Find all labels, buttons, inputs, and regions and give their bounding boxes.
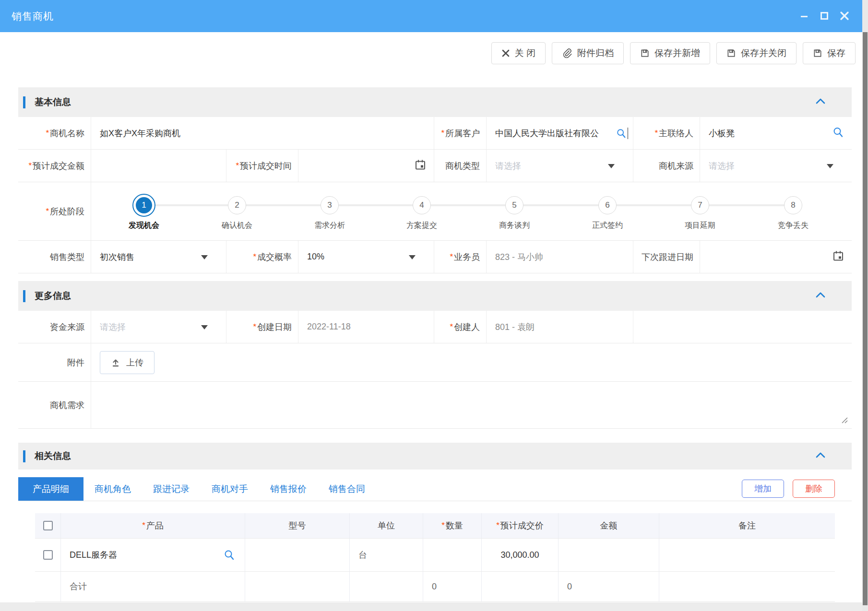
stage-step-4[interactable]: 4 方案提交 [393,182,451,231]
required-asterisk: * [142,521,145,530]
scrollbar-thumb[interactable] [863,32,868,605]
primary-contact-field[interactable]: 小板凳 [700,117,852,149]
save-icon [640,48,650,58]
required-asterisk: * [450,322,453,332]
footer-price-cell [482,572,559,601]
tab-sales-contract[interactable]: 销售合同 [318,477,376,501]
close-x-icon [501,49,510,58]
salesman-field[interactable]: 823 - 马小帅 [487,241,633,273]
tab-opportunity-role[interactable]: 商机角色 [83,477,142,501]
text-cursor [628,128,628,139]
footer-model-cell [245,572,350,601]
stage-step-3[interactable]: 3 需求分析 [301,182,358,231]
minimize-button[interactable] [797,9,811,23]
dropdown-caret-icon [201,325,208,329]
stage-step-5[interactable]: 5 商务谈判 [486,182,543,231]
product-cell[interactable]: DELL服务器 [61,539,245,571]
upload-button[interactable]: 上传 [100,351,155,374]
stage-step-1[interactable]: 1 发现机会 [115,182,173,231]
toolbar: 关 闭 附件归档 保存并新增 保存并关闭 保存 [491,42,856,64]
add-row-button[interactable]: 增加 [742,480,784,498]
search-icon[interactable] [224,549,235,561]
demand-textarea[interactable] [91,382,852,428]
maximize-button[interactable] [817,9,832,23]
fund-source-select[interactable]: 请选择 [91,311,226,343]
model-cell[interactable] [245,539,350,571]
remark-cell[interactable] [659,539,835,571]
dropdown-caret-icon [608,164,615,168]
collapse-related-info-button[interactable] [816,452,825,460]
minimize-icon [800,12,809,20]
collapse-basic-info-button[interactable] [816,98,825,106]
amount-total-cell: 0 [559,572,659,601]
form-row: *预计成交金额 *预计成交时间 商机类型 请选择 商机来源 请选择 [18,150,852,182]
creator-value: 801 - 袁朗 [495,321,535,333]
close-form-button[interactable]: 关 闭 [491,42,546,64]
attachment-archive-label: 附件归档 [577,47,614,59]
calendar-icon[interactable] [415,159,426,170]
expected-amount-label: *预计成交金额 [18,150,91,182]
close-icon [840,11,849,21]
stage-step-2[interactable]: 2 确认机会 [208,182,266,231]
next-follow-date-field[interactable] [700,241,852,273]
maximize-icon [820,12,829,20]
tab-follow-record[interactable]: 跟进记录 [142,477,201,501]
dropdown-caret-icon [827,164,833,168]
attachment-field: 上传 [91,343,852,381]
unit-cell[interactable]: 台 [350,539,423,571]
qty-cell[interactable] [423,539,482,571]
tab-sales-quote[interactable]: 销售报价 [259,477,318,501]
search-icon[interactable] [616,128,627,139]
resize-handle-icon[interactable] [839,415,848,425]
tab-product-detail[interactable]: 产品明细 [18,477,83,501]
row-checkbox[interactable] [43,550,53,560]
col-price-header: *预计成交价 [482,513,559,538]
customer-field[interactable]: 中国人民大学出版社有限公 [487,117,633,149]
delete-row-button[interactable]: 删除 [793,480,835,498]
amount-cell[interactable] [559,539,659,571]
opportunity-name-label: *商机名称 [18,117,91,149]
title-bar: 销售商机 [0,0,868,32]
save-and-new-label: 保存并新增 [654,47,700,59]
opportunity-source-select[interactable]: 请选择 [700,150,852,182]
scrollbar[interactable] [862,0,868,611]
opportunity-name-field[interactable]: 如X客户X年采购商机 [91,117,434,149]
save-and-new-button[interactable]: 保存并新增 [630,42,710,64]
dropdown-caret-icon [201,255,208,259]
table-footer-row: 合计 0 0 [35,572,835,602]
price-cell[interactable]: 30,000.00 [482,539,559,571]
stage-step-8[interactable]: 8 竞争丢失 [764,182,822,231]
select-all-cell [35,513,61,538]
probability-select[interactable]: 10% [298,241,434,273]
stage-step-7[interactable]: 7 项目延期 [671,182,729,231]
save-button[interactable]: 保存 [803,42,856,64]
required-asterisk: * [28,161,32,171]
tab-opportunity-rival[interactable]: 商机对手 [201,477,259,501]
select-all-checkbox[interactable] [43,521,53,530]
attachment-label: 附件 [18,343,91,381]
form-row: *商机名称 如X客户X年采购商机 *所属客户 中国人民大学出版社有限公 *主联络… [18,117,852,150]
expected-amount-field[interactable] [91,150,226,182]
table-action-buttons: 增加 删除 [742,480,835,498]
required-asterisk: * [236,161,239,171]
attachment-archive-button[interactable]: 附件归档 [552,42,624,64]
required-asterisk: * [450,252,453,262]
demand-label: 商机需求 [18,382,91,428]
col-product-header: *产品 [61,513,245,538]
expected-date-field[interactable] [298,150,434,182]
calendar-icon[interactable] [832,250,844,261]
stage-step-6[interactable]: 6 正式签约 [579,182,636,231]
save-and-close-button[interactable]: 保存并关闭 [716,42,797,64]
save-label: 保存 [827,47,845,59]
close-window-button[interactable] [837,9,852,23]
section-accent-bar [23,450,25,462]
opportunity-type-select[interactable]: 请选择 [487,150,633,182]
sales-type-select[interactable]: 初次销售 [91,241,226,273]
search-icon[interactable] [832,126,844,138]
required-asterisk: * [654,129,658,138]
save-icon [813,48,822,58]
required-asterisk: * [496,521,499,530]
table-row: DELL服务器 台 30,000.00 [35,539,835,572]
collapse-more-info-button[interactable] [816,292,825,300]
primary-contact-value: 小板凳 [709,128,735,139]
